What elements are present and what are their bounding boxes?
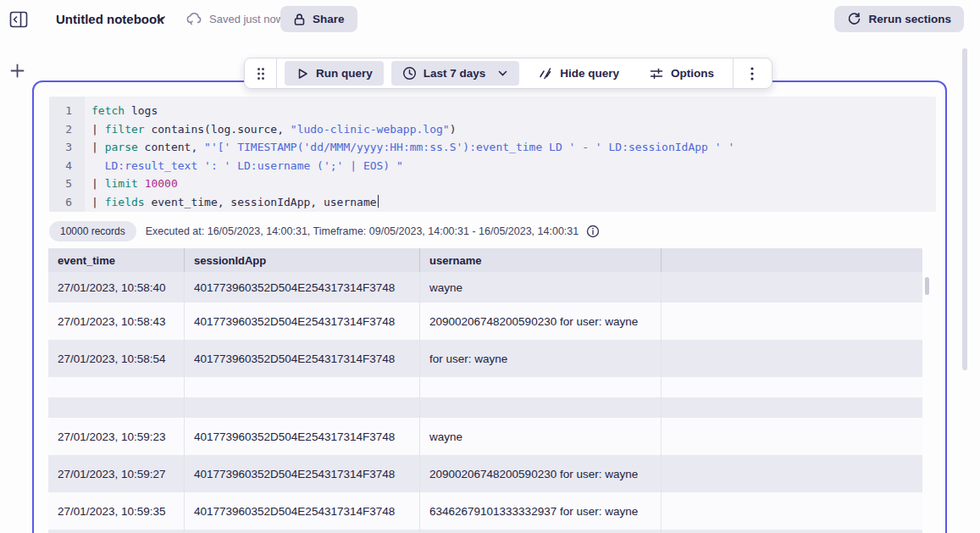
table-cell: 63462679101333332937 for user: wayne <box>419 492 661 530</box>
table-cell <box>48 397 184 418</box>
table-scrollbar[interactable] <box>925 277 929 295</box>
code-line[interactable]: | fields event_time, sessionIdApp, usern… <box>91 193 936 212</box>
code-line[interactable]: LD:result_text ': ' LD:username (';' | E… <box>91 157 936 175</box>
sliders-icon <box>649 67 664 81</box>
hide-query-button[interactable]: Hide query <box>527 61 630 86</box>
run-query-button[interactable]: Run query <box>285 61 384 86</box>
chevron-down-icon[interactable] <box>155 14 167 23</box>
table-row[interactable] <box>48 397 922 418</box>
save-status: Saved just now <box>185 11 284 26</box>
section-toolbar: Run query Last 7 days Hide query <box>244 58 772 89</box>
table-cell <box>419 530 661 533</box>
share-button-label: Share <box>313 13 345 25</box>
result-status-bar: 10000 records Executed at: 16/05/2023, 1… <box>49 221 600 242</box>
editor-code[interactable]: fetch logs| filter contains(log.source, … <box>85 97 936 212</box>
table-cell: 27/01/2023, 10:59:27 <box>48 455 184 492</box>
share-button[interactable]: Share <box>280 6 357 32</box>
table-header: event_timesessionIdAppusername <box>48 248 922 272</box>
clock-icon <box>402 66 417 81</box>
table-cell: 27/01/2023, 10:58:54 <box>48 340 184 377</box>
table-row[interactable]: 27/01/2023, 10:59:35401773960352D504E254… <box>48 492 922 530</box>
execution-info-text: Executed at: 16/05/2023, 14:00:31, Timef… <box>146 225 579 237</box>
table-cell: 27/01/2023, 10:58:40 <box>48 272 184 303</box>
line-number: 3 <box>49 138 72 157</box>
line-number: 4 <box>49 157 72 175</box>
table-cell <box>661 455 922 492</box>
column-header[interactable]: username <box>419 248 661 272</box>
cloud-sync-icon <box>185 11 202 26</box>
line-number: 6 <box>49 193 72 212</box>
run-query-label: Run query <box>316 67 373 80</box>
code-line[interactable]: | filter contains(log.source, "ludo-clin… <box>91 120 936 139</box>
table-cell: 401773960352D504E254317314F3748 <box>184 340 419 377</box>
line-number: 1 <box>49 102 72 120</box>
table-row[interactable]: 27/01/2023, 10:58:40401773960352D504E254… <box>48 272 922 303</box>
column-header[interactable]: event_time <box>48 248 184 272</box>
table-cell: 401773960352D504E254317314F3748 <box>184 492 419 530</box>
table-cell: 401773960352D504E254317314F3748 <box>184 455 419 492</box>
query-editor: 123456 fetch logs| filter contains(log.s… <box>49 97 936 212</box>
line-number: 2 <box>49 120 72 139</box>
refresh-icon <box>847 12 861 26</box>
column-header[interactable]: sessionIdApp <box>184 248 419 272</box>
page-title[interactable]: Untitled notebook <box>56 12 164 26</box>
records-count-badge: 10000 records <box>49 221 136 242</box>
sidebar-toggle-button[interactable] <box>9 11 28 28</box>
table-cell <box>661 272 922 303</box>
table-row[interactable]: 27/01/2023, 10:58:54401773960352D504E254… <box>48 340 922 377</box>
code-line[interactable]: | limit 10000 <box>91 175 936 193</box>
drag-handle-icon[interactable] <box>253 64 269 83</box>
table-row[interactable] <box>48 377 922 397</box>
table-cell <box>48 530 184 533</box>
more-options-button[interactable] <box>741 61 763 86</box>
table-cell <box>661 303 922 340</box>
options-button[interactable]: Options <box>638 61 725 86</box>
table-row[interactable]: 27/01/2023, 10:58:43401773960352D504E254… <box>48 303 922 340</box>
page-scrollbar[interactable] <box>962 48 967 370</box>
table-cell <box>419 377 661 397</box>
notebook-section: 123456 fetch logs| filter contains(log.s… <box>32 81 947 533</box>
chevron-down-icon <box>497 69 508 77</box>
table-row[interactable]: 27/01/2023, 10:59:27401773960352D504E254… <box>48 455 922 492</box>
rerun-sections-button[interactable]: Rerun sections <box>834 6 964 32</box>
timeframe-label: Last 7 days <box>424 67 486 80</box>
table-cell: wayne <box>419 418 661 455</box>
table-cell <box>661 340 922 377</box>
text-caret <box>378 195 379 208</box>
column-header[interactable] <box>661 248 922 272</box>
lock-icon <box>293 13 306 26</box>
table-cell: 401773960352D504E254317314F3748 <box>184 303 419 340</box>
editor-gutter: 123456 <box>49 97 85 212</box>
table-cell <box>661 530 922 533</box>
table-row[interactable]: 27/01/2023, 10:59:23401773960352D504E254… <box>48 418 922 455</box>
table-cell: 401773960352D504E254317314F3748 <box>184 418 419 455</box>
add-section-button[interactable] <box>9 63 25 79</box>
toolbar-divider <box>276 58 277 88</box>
code-line[interactable]: | parse content, "'[' TIMESTAMP('dd/MMM/… <box>91 138 936 157</box>
options-label: Options <box>671 67 714 80</box>
code-slash-icon <box>538 66 553 81</box>
table-cell: 401773960352D504E254317314F3748 <box>184 272 419 303</box>
timeframe-selector[interactable]: Last 7 days <box>391 61 520 86</box>
top-bar: Untitled notebook Saved just now Share <box>0 0 980 38</box>
info-icon[interactable] <box>586 225 600 238</box>
table-cell <box>661 418 922 455</box>
line-number: 5 <box>49 175 72 193</box>
table-cell: for user: wayne <box>419 340 661 377</box>
table-cell: 20900206748200590230 for user: wayne <box>419 455 661 492</box>
table-cell <box>184 377 419 397</box>
table-cell <box>48 377 184 397</box>
play-icon <box>296 67 309 81</box>
kebab-menu-icon <box>750 67 754 81</box>
table-cell <box>661 397 922 418</box>
code-line[interactable]: fetch logs <box>91 102 936 120</box>
table-cell: 27/01/2023, 10:58:43 <box>48 303 184 340</box>
table-cell <box>661 492 922 530</box>
table-body: 27/01/2023, 10:58:40401773960352D504E254… <box>48 272 922 533</box>
table-cell: 27/01/2023, 10:59:23 <box>48 418 184 455</box>
table-cell <box>419 397 661 418</box>
table-cell: 20900206748200590230 for user: wayne <box>419 303 661 340</box>
save-status-label: Saved just now <box>209 13 284 25</box>
table-row[interactable] <box>48 530 922 533</box>
rerun-sections-label: Rerun sections <box>868 13 951 25</box>
